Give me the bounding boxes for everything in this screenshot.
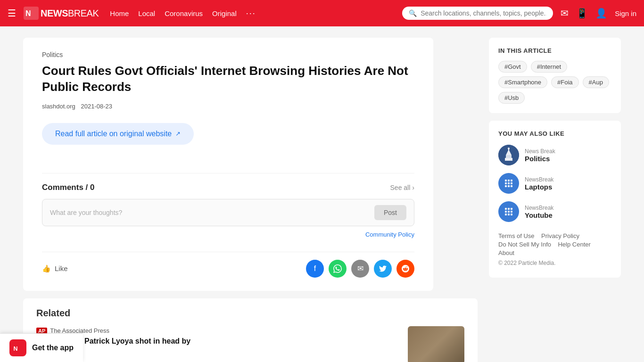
in-this-article-title: IN THIS ARTICLE (498, 47, 611, 54)
like-button[interactable]: 👍 Like (42, 264, 68, 273)
nav-home[interactable]: Home (110, 9, 129, 17)
external-link-icon: ↗ (175, 130, 181, 137)
article-category: Politics (42, 51, 414, 58)
share-reddit-button[interactable] (396, 260, 414, 278)
article-title: Court Rules Govt Officials' Internet Bro… (42, 63, 414, 95)
article-date: 2021-08-23 (81, 103, 112, 110)
nav-local[interactable]: Local (138, 9, 155, 17)
related-item-content: AP The Associated Press Video shows Patr… (36, 326, 400, 346)
comment-placeholder[interactable]: What are your thoughts? (50, 209, 122, 216)
chevron-right-icon: › (412, 184, 414, 191)
channel-youtube-source: NewsBreak (525, 205, 553, 211)
comment-input-area: What are your thoughts? Post (42, 199, 414, 226)
main-layout: Politics Court Rules Govt Officials' Int… (16, 26, 628, 362)
social-share-icons: f ✉ (306, 260, 414, 278)
header-left: ☰ N NEWSBREAK (8, 7, 99, 20)
divider-1 (42, 173, 414, 173)
header-right: 🔍 ✉ 📱 👤 Sign in (402, 7, 636, 20)
tag-internet[interactable]: #Internet (531, 61, 567, 73)
footer-copyright: © 2022 Particle Media. (498, 260, 611, 266)
tag-govt[interactable]: #Govt (498, 61, 527, 73)
related-wrapper: Related AP The Associated Press Video sh… (23, 291, 478, 362)
share-email-button[interactable]: ✉ (351, 260, 369, 278)
you-may-also-like-card: YOU MAY ALSO LIKE News Break Politics (489, 121, 621, 278)
svg-text:N: N (13, 346, 17, 352)
share-twitter-button[interactable] (374, 260, 392, 278)
share-facebook-button[interactable]: f (306, 260, 324, 278)
politics-avatar (498, 145, 519, 165)
channel-youtube[interactable]: NewsBreak Youtube (498, 201, 611, 222)
post-button[interactable]: Post (374, 205, 406, 220)
channel-politics-source: News Break (525, 148, 555, 155)
help-link[interactable]: Help Center (558, 241, 590, 248)
svg-rect-4 (506, 155, 512, 158)
header: ☰ N NEWSBREAK Home Local Coronavirus Ori… (0, 0, 644, 26)
do-not-sell-link[interactable]: Do Not Sell My Info (498, 241, 551, 248)
privacy-link[interactable]: Privacy Policy (541, 232, 579, 239)
search-bar[interactable]: 🔍 (402, 7, 553, 20)
svg-point-7 (508, 148, 510, 149)
tag-usb[interactable]: #Usb (498, 92, 525, 104)
related-headline: Video shows Patrick Lyoya shot in head b… (36, 337, 400, 346)
nav-more[interactable]: ··· (246, 8, 256, 18)
user-icon[interactable]: 👤 (595, 8, 607, 19)
channel-laptops-source: NewsBreak (525, 176, 553, 183)
read-full-article-button[interactable]: Read full article on original website ↗ (42, 123, 194, 145)
channel-youtube-name: Youtube (525, 211, 553, 219)
channel-politics[interactable]: News Break Politics (498, 145, 611, 165)
channel-politics-name: Politics (525, 155, 555, 163)
mobile-icon[interactable]: 📱 (576, 8, 588, 19)
community-policy: Community Policy (42, 230, 414, 239)
channel-laptops-info: NewsBreak Laptops (525, 176, 553, 191)
logo[interactable]: N NEWSBREAK (24, 7, 99, 20)
see-all-link[interactable]: See all › (390, 184, 414, 191)
actions-bar: 👍 Like f ✉ (42, 252, 414, 278)
tag-aup[interactable]: #Aup (583, 76, 609, 88)
capitol-icon (498, 145, 519, 165)
svg-text:N: N (25, 9, 31, 17)
nav-original[interactable]: Original (212, 9, 237, 17)
channel-laptops[interactable]: NewsBreak Laptops (498, 173, 611, 194)
source-name: slashdot.org (42, 103, 75, 110)
nav-coronavirus[interactable]: Coronavirus (165, 9, 203, 17)
laptops-avatar (498, 173, 519, 194)
related-card: Related AP The Associated Press Video sh… (23, 298, 478, 362)
share-whatsapp-button[interactable] (329, 260, 347, 278)
grid-icon-laptops (503, 178, 514, 189)
tag-smartphone[interactable]: #Smartphone (498, 76, 547, 88)
related-item[interactable]: AP The Associated Press Video shows Patr… (36, 326, 464, 362)
community-policy-link[interactable]: Community Policy (365, 231, 414, 238)
you-may-title: YOU MAY ALSO LIKE (498, 130, 611, 137)
hamburger-icon[interactable]: ☰ (8, 8, 16, 19)
search-input[interactable] (421, 9, 546, 17)
search-icon: 🔍 (409, 9, 417, 17)
sign-in-button[interactable]: Sign in (615, 9, 636, 17)
see-all-label: See all (390, 184, 411, 191)
sidebar: IN THIS ARTICLE #Govt #Internet #Smartph… (489, 38, 621, 362)
terms-link[interactable]: Terms of Use (498, 232, 535, 239)
grid-icon-youtube (503, 206, 514, 217)
tag-foia[interactable]: #Foia (551, 76, 579, 88)
article-area: Politics Court Rules Govt Officials' Int… (23, 38, 478, 362)
article-source: slashdot.org 2021-08-23 (42, 103, 414, 110)
channel-laptops-name: Laptops (525, 183, 553, 191)
thumbs-up-icon: 👍 (42, 264, 51, 273)
get-app-label: Get the app (32, 344, 74, 352)
channel-youtube-info: NewsBreak Youtube (525, 205, 553, 219)
logo-text: NEWSBREAK (41, 8, 99, 19)
related-heading: Related (36, 308, 464, 319)
article-card: Politics Court Rules Govt Officials' Int… (23, 38, 433, 291)
mail-icon[interactable]: ✉ (561, 8, 569, 19)
related-thumb-img (408, 326, 464, 362)
svg-rect-3 (505, 158, 512, 161)
like-label: Like (55, 264, 68, 272)
youtube-avatar (498, 201, 519, 222)
footer-links: Terms of Use Privacy Policy Do Not Sell … (498, 230, 611, 268)
tags-container: #Govt #Internet #Smartphone #Foia #Aup #… (498, 61, 611, 104)
app-logo-icon: N (13, 343, 23, 353)
comments-header: Comments / 0 See all › (42, 183, 414, 192)
get-app-banner[interactable]: N Get the app (0, 333, 83, 362)
about-link[interactable]: About (498, 249, 514, 256)
main-nav: Home Local Coronavirus Original ··· (110, 8, 256, 18)
channel-politics-info: News Break Politics (525, 148, 555, 163)
